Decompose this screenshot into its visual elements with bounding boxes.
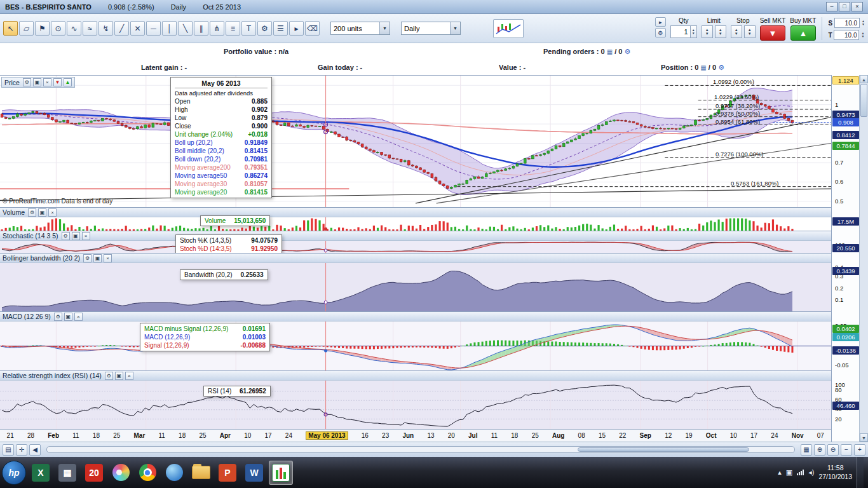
maximize-button[interactable]: □ [839,2,850,11]
sell-arrow-icon[interactable]: ▼ [53,78,62,86]
price-axis[interactable]: 1.12410.94730.9080.84120.78440.70.60.517… [831,75,859,442]
xaxis-label[interactable]: 28 [27,432,34,439]
xaxis-label[interactable]: 11 [72,432,79,439]
xaxis-label[interactable]: 19 [685,432,692,439]
time-axis[interactable]: 2128Feb111825Mar111825Apr101724May 06 20… [0,429,831,442]
horizontal-scrollbar[interactable] [46,446,795,453]
vertical-scroll-thumb[interactable] [860,84,867,117]
alarm-tool[interactable]: ⚑ [35,21,50,36]
price-panel[interactable]: 1.0992 (0.00%)1.0229 (23.60%)0.9757 (38.… [0,76,831,207]
quantity-field[interactable]: 1 [670,25,691,38]
chart-list-button[interactable]: ▤ [3,444,14,456]
panel-settings-icon[interactable]: ⚙ [54,313,62,321]
taskbar-paint[interactable] [109,461,133,485]
xaxis-label[interactable]: 21 [7,432,14,439]
zoom-out-button[interactable]: ⊖ [827,444,839,456]
stop-buy-stepper[interactable]: ▲▼ [744,25,756,38]
taskbar-chrome[interactable] [135,461,159,485]
panel-settings-icon[interactable]: ⚙ [28,208,36,217]
settings-tool[interactable]: ⚙ [257,21,272,36]
arrow-tool[interactable]: ▸ [289,21,304,36]
macd-panel[interactable]: MACD (12 26 9)⚙▣× MACD minus Signal (12,… [0,311,831,370]
zoom-increase-button[interactable]: + [854,444,865,456]
taskbar-calculator[interactable]: ▦ [55,461,79,485]
xaxis-label[interactable]: 25 [532,432,539,439]
vertical-line-tool[interactable]: │ [162,21,177,36]
segment-tool[interactable]: ╲ [178,21,193,36]
buy-mkt-button[interactable]: ▲ [790,25,816,41]
xaxis-label[interactable]: 18 [93,432,100,439]
panel-copy-icon[interactable]: ▣ [93,254,102,262]
xaxis-label[interactable]: Sep [640,432,651,439]
panel-settings-icon[interactable]: ⚙ [62,232,70,240]
limit-buy-stepper[interactable]: ▲▼ [715,25,726,38]
xaxis-label[interactable]: 10 [730,432,737,439]
price-chart-plot[interactable] [0,76,831,207]
xaxis-label[interactable]: Jun [402,432,414,439]
delete-tool[interactable]: ⌫ [305,21,320,36]
taskbar-prorealtime-20[interactable]: 20 [82,461,106,485]
xaxis-label[interactable]: 23 [382,432,389,439]
xaxis-label[interactable]: Mar [133,432,145,439]
close-button[interactable]: × [851,2,863,11]
network-icon[interactable] [797,470,804,475]
volume-chart-plot[interactable] [0,217,831,231]
period-select[interactable]: Daily ▼ [401,22,461,35]
zigzag-tool[interactable]: ∿ [67,21,81,36]
vertical-scrollbar[interactable]: ▲ ▼ [859,75,868,442]
crossline-tool[interactable]: ✕ [130,21,145,36]
position-list-icon[interactable]: ▦ [700,64,706,71]
selected-date-label[interactable]: May 06 2013 [306,431,348,440]
gears-icon[interactable]: ⚙ [718,64,724,71]
panel-copy-icon[interactable]: ▣ [33,78,41,86]
panel-copy-icon[interactable]: ▣ [115,372,123,380]
xaxis-label[interactable]: 15 [599,432,606,439]
window-titlebar[interactable]: BES - B.ESPIRITO SANTO 0.908 (-2.58%) Da… [0,0,868,14]
show-desktop-button[interactable] [857,457,864,488]
limit-sell-stepper[interactable]: ▲▼ [702,25,713,38]
xaxis-label[interactable]: 07 [817,432,824,439]
xaxis-label[interactable]: Aug [552,432,564,439]
volume-icon[interactable]: ◂) [808,468,814,477]
xaxis-label[interactable]: 11 [158,432,165,439]
xaxis-label[interactable]: Jul [468,432,477,439]
trendline-tool[interactable]: ╱ [114,21,129,36]
horizontal-scroll-thumb[interactable] [578,447,749,452]
rsi-chart-plot[interactable] [0,381,831,430]
parallel-lines-tool[interactable]: ∥ [194,21,208,36]
panel-settings-icon[interactable]: ⚙ [23,78,31,86]
xaxis-label[interactable]: 10 [244,432,251,439]
taskbar-word[interactable]: W [242,461,266,485]
zoom-in-button[interactable]: ⊕ [814,444,825,456]
taskbar-prorealtime-chart[interactable] [269,461,293,485]
panel-copy-icon[interactable]: ▣ [38,208,46,217]
taskbar-start-button[interactable]: hp [2,461,26,485]
taskbar-powerpoint[interactable]: P [215,461,240,485]
fibonacci-tool[interactable]: ≡ [226,21,240,36]
xaxis-label[interactable]: 25 [199,432,206,439]
xaxis-label[interactable]: Feb [48,432,59,439]
order-settings-icon[interactable]: ⚙ [655,28,666,37]
cursor-tool[interactable]: ↖ [3,21,18,36]
gears-icon[interactable]: ⚙ [624,48,630,55]
bandwidth-chart-plot[interactable] [0,263,831,311]
chart-style-button[interactable] [493,19,524,38]
xaxis-label[interactable]: 25 [113,432,120,439]
xaxis-label[interactable]: Oct [706,432,717,439]
xaxis-label[interactable]: 17 [265,432,272,439]
stochastic-panel[interactable]: Stochastic (14 3 5)⚙▣× Stoch %K (14,3,5)… [0,231,831,253]
xaxis-label[interactable]: 17 [750,432,757,439]
taskbar-browser[interactable] [162,461,186,485]
quantity-stepper[interactable]: ▲▼ [691,25,697,38]
impulse-tool[interactable]: ↯ [98,21,113,36]
xaxis-label[interactable]: 16 [362,432,369,439]
xaxis-label[interactable]: 08 [578,432,585,439]
link-charts-button[interactable]: ✛ [16,444,27,456]
target-t-stepper[interactable]: ▲▼ [861,32,864,38]
panel-settings-icon[interactable]: ⚙ [105,372,113,380]
xaxis-label[interactable]: 24 [771,432,778,439]
scroll-up-icon[interactable]: ▲ [860,75,868,83]
minimize-button[interactable]: – [826,2,837,11]
pitchfork-tool[interactable]: ⋔ [210,21,224,36]
xaxis-label[interactable]: 20 [448,432,455,439]
